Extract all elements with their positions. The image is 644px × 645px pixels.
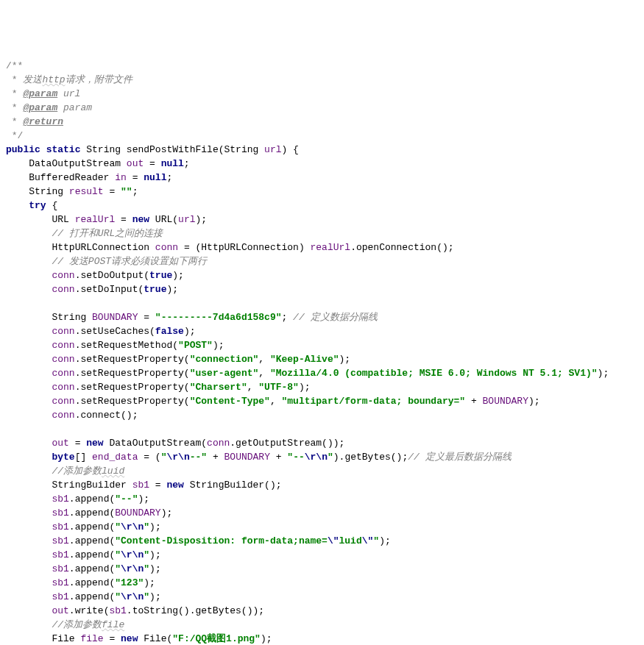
str: " (144, 591, 149, 602)
indent (6, 354, 52, 365)
var-file: file (80, 633, 103, 644)
indent (6, 563, 52, 574)
javadoc-star: * (6, 88, 23, 99)
close: ); (213, 340, 224, 351)
str: "Mozilla/4.0 (compatible; MSIE 6.0; Wind… (270, 368, 598, 379)
indent (6, 368, 52, 379)
javadoc-param-tag: @param (23, 102, 57, 113)
plus: + (207, 452, 224, 463)
str: --" (190, 452, 207, 463)
ctor: StringBuilder(); (184, 480, 282, 491)
comment-open-conn: // 打开和URL之间的连接 (52, 228, 163, 239)
eq: = ( (138, 452, 160, 463)
indent (6, 493, 52, 505)
comment-luid-word: luid (102, 466, 124, 477)
var-out: out (52, 605, 68, 616)
call: .setDoOutput( (75, 270, 149, 281)
call: .append( (69, 563, 115, 574)
indent (6, 214, 52, 225)
plus: + (270, 452, 287, 463)
param-url: url (264, 144, 281, 155)
kw-new: new (132, 214, 149, 225)
close: ); (149, 563, 161, 574)
semi: ; (166, 172, 172, 183)
var-boundary: BOUNDARY (92, 312, 138, 323)
kw-static: static (46, 144, 81, 155)
indent (6, 284, 52, 295)
javadoc-text: 发送 (23, 74, 42, 85)
decl: DataOutputStream (6, 158, 127, 169)
eq: = (127, 172, 144, 183)
close: ); (379, 535, 391, 546)
comma: , (258, 368, 270, 379)
var-sb1: sb1 (132, 480, 149, 491)
javadoc-star: * (6, 116, 23, 127)
close: ); (184, 326, 196, 337)
var-conn: conn (52, 382, 74, 393)
str: "multipart/form-data; boundary=" (282, 396, 466, 407)
str-post: "POST" (178, 340, 213, 351)
str-filepath: "F:/QQ截图1.png" (172, 633, 261, 644)
call: .connect(); (75, 410, 138, 421)
type-url: URL (52, 214, 74, 225)
indent (6, 382, 52, 393)
kw-new: new (121, 633, 138, 644)
eq: = (115, 214, 132, 225)
str: " (373, 535, 379, 546)
indent (6, 242, 52, 253)
esc: \r\n (121, 563, 144, 574)
close: ); (138, 493, 149, 505)
javadoc-tail: 请求，附带文件 (66, 74, 132, 85)
str: "123" (115, 577, 144, 588)
esc: \r\n (121, 549, 144, 560)
var-sb1: sb1 (52, 563, 68, 574)
esc: \" (362, 535, 374, 546)
esc: \r\n (121, 521, 144, 532)
call: .setUseCaches( (75, 326, 155, 337)
var-conn: conn (52, 340, 74, 351)
empty-string: "" (121, 186, 132, 197)
kw-new: new (166, 480, 183, 491)
ret-type: String (80, 144, 126, 155)
indent (6, 228, 52, 239)
var-realurl: realUrl (311, 242, 351, 253)
eq: = (104, 633, 121, 644)
javadoc-star: * (6, 102, 23, 113)
var-sb1: sb1 (52, 535, 68, 546)
kw-true: true (149, 270, 172, 281)
indent (6, 326, 52, 337)
str: " (115, 549, 121, 560)
semi: ; (282, 312, 294, 323)
str: "--" (115, 493, 138, 505)
var-sb1: sb1 (52, 577, 68, 588)
call: .append( (69, 493, 115, 505)
close: ); (161, 507, 173, 519)
indent (6, 577, 52, 588)
call: .append( (69, 535, 115, 546)
str: " (115, 591, 121, 602)
str: luid (339, 535, 362, 546)
str: "connection" (190, 354, 259, 365)
var-out: out (127, 158, 144, 169)
javadoc-open: /** (6, 60, 23, 71)
close: ); (149, 591, 161, 602)
code-block: /** * 发送http请求，附带文件 * @param url * @para… (6, 59, 638, 645)
plus: + (465, 396, 482, 407)
str: "Content-Type" (190, 396, 270, 407)
var-sb1: sb1 (52, 507, 68, 519)
call: .append( (69, 577, 115, 588)
indent (6, 605, 52, 616)
var-result: result (69, 186, 104, 197)
kw-null: null (161, 158, 184, 169)
str: "-- (287, 452, 304, 463)
kw-public: public (6, 144, 40, 155)
comment-file-word: file (102, 619, 124, 630)
str: "Charsert" (190, 382, 247, 393)
arg-url: url (178, 214, 195, 225)
indent (6, 480, 52, 491)
var-sb1: sb1 (52, 591, 68, 602)
indent (6, 270, 52, 281)
javadoc-param-tag: @param (23, 88, 57, 99)
var-conn: conn (52, 396, 74, 407)
var-conn: conn (52, 354, 74, 365)
